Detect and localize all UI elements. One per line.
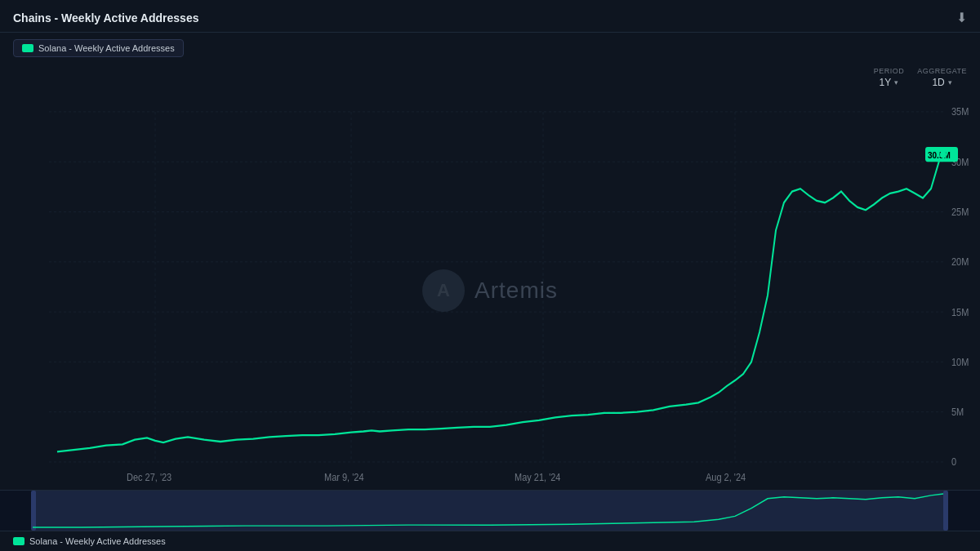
page-title: Chains - Weekly Active Addresses — [13, 11, 198, 24]
svg-text:0: 0 — [951, 456, 957, 468]
svg-rect-29 — [943, 491, 948, 531]
period-value: 1Y — [880, 77, 892, 88]
svg-text:5M: 5M — [951, 407, 964, 418]
main-chart-svg: .grid-line { stroke: #1e2a3a; stroke-wid… — [0, 91, 980, 490]
svg-text:Dec 27, '23: Dec 27, '23 — [127, 471, 172, 482]
aggregate-select[interactable]: 1D ▾ — [932, 77, 951, 88]
legend-bar: Solana - Weekly Active Addresses — [0, 33, 980, 64]
svg-rect-28 — [31, 491, 36, 531]
download-icon[interactable]: ⬇ — [956, 10, 967, 25]
solana-chart-line — [57, 154, 943, 451]
minimap-svg — [0, 491, 980, 531]
legend-label-solana: Solana - Weekly Active Addresses — [38, 43, 175, 53]
app-container: Chains - Weekly Active Addresses ⬇ Solan… — [0, 0, 980, 551]
svg-text:May 21, '24: May 21, '24 — [514, 471, 561, 482]
svg-text:25M: 25M — [951, 206, 969, 217]
controls-bar: PERIOD 1Y ▾ AGGREGATE 1D ▾ — [0, 64, 980, 91]
footer-legend-color — [13, 537, 24, 545]
svg-text:Aug 2, '24: Aug 2, '24 — [706, 471, 746, 482]
svg-text:10M: 10M — [951, 356, 969, 367]
period-label: PERIOD — [874, 67, 905, 75]
svg-text:30.5M: 30.5M — [928, 149, 951, 160]
svg-text:15M: 15M — [951, 306, 969, 318]
header: Chains - Weekly Active Addresses ⬇ — [0, 0, 980, 33]
svg-text:Mar 9, '24: Mar 9, '24 — [324, 471, 364, 482]
aggregate-value: 1D — [932, 77, 944, 88]
aggregate-control: AGGREGATE 1D ▾ — [917, 67, 967, 88]
footer-legend: Solana - Weekly Active Addresses — [0, 531, 980, 551]
aggregate-chevron-icon: ▾ — [948, 78, 952, 87]
legend-color-solana — [22, 44, 33, 52]
chart-endpoint — [940, 151, 947, 158]
period-select[interactable]: 1Y ▾ — [880, 77, 899, 88]
footer-legend-label: Solana - Weekly Active Addresses — [29, 536, 166, 546]
svg-text:20M: 20M — [951, 256, 969, 268]
minimap[interactable] — [0, 490, 980, 531]
chart-area: A Artemis .grid-line { stroke: #1e2a3a; … — [0, 91, 980, 490]
period-chevron-icon: ▾ — [894, 78, 898, 87]
period-control: PERIOD 1Y ▾ — [874, 67, 905, 88]
svg-text:35M: 35M — [951, 106, 969, 118]
legend-item-solana[interactable]: Solana - Weekly Active Addresses — [13, 39, 184, 57]
aggregate-label: AGGREGATE — [917, 67, 967, 75]
